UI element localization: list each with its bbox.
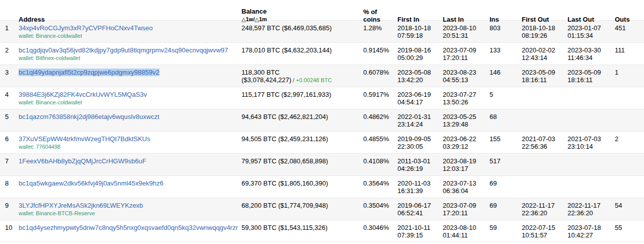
- address-link[interactable]: 34xp4vRoCGJym3xR7yCVPFHoCNxv4Twseo: [19, 24, 153, 32]
- address-link[interactable]: 39884E3j6KZj82FK4vcCrkUvWYL5MQaS3v: [19, 91, 147, 98]
- first-out-time: 10:51:57: [522, 231, 564, 239]
- last-in-time: 06:36:04: [443, 187, 486, 195]
- last-in-date: 2023-08-23: [443, 69, 486, 76]
- first-out-date: 2022-07-15: [522, 224, 564, 231]
- wallet-label[interactable]: wallet: Binance-coldwallet: [19, 99, 239, 106]
- first-in-date: 2021-10-11: [397, 224, 439, 231]
- last-out-time: 23:10:14: [568, 143, 611, 150]
- first-in-cell: 2023-06-19 04:54:17: [397, 87, 443, 106]
- address-link[interactable]: bc1qa5wkgaew2dkv56kfvj49j0av5nml45x9ek9h…: [19, 179, 164, 187]
- last-in-date: 2023-07-27: [443, 91, 486, 98]
- last-out-date: 2023-03-30: [568, 46, 611, 54]
- first-out-cell: 2021-07-03 22:56:36: [522, 132, 568, 150]
- last-out-cell: [568, 154, 615, 157]
- last-in-date: 2023-08-10: [443, 224, 486, 231]
- pct-coins-value: 0.6078%: [363, 69, 389, 76]
- first-in-cell: 2019-09-05 22:30:05: [397, 132, 443, 150]
- balance-value: 178,010 BTC ($4,632,203,144): [242, 46, 332, 54]
- pct-coins-cell: 0.4862%: [363, 109, 397, 120]
- pct-coins-value: 1.28%: [363, 24, 382, 32]
- ins-cell: 155: [490, 132, 522, 143]
- balance-cell: 118,300 BTC ($3,078,424,227) / +0.00248 …: [242, 65, 363, 84]
- address-cell: bc1qa5wkgaew2dkv56kfvj49j0av5nml45x9ek9h…: [19, 176, 242, 187]
- wallet-label[interactable]: wallet: Binance-coldwallet: [19, 33, 239, 39]
- last-in-cell: 2023-08-10 20:51:31: [443, 21, 490, 39]
- pct-coins-cell: 0.4108%: [363, 154, 397, 165]
- address-link[interactable]: 37XuVSEpWW4trkfmvWzegTHQt7BdktSKUs: [19, 135, 150, 143]
- pct-coins-cell: 0.3046%: [363, 220, 397, 231]
- wallet-label[interactable]: wallet: Binance-BTCB-Reserve: [19, 210, 239, 217]
- address-link[interactable]: bc1ql49ydapnjafl5t2cp9zqpjwe6pdgmxy98859…: [19, 69, 159, 76]
- last-in-cell: 2023-07-27 13:50:26: [443, 87, 490, 106]
- last-in-date: 2023-06-22: [443, 135, 486, 143]
- pct-coins-cell: 1.28%: [363, 21, 397, 32]
- address-link[interactable]: 1FeexV6bAHb8ybZjqQMjJrcCrHGW9sb6uF: [19, 157, 146, 165]
- rank-cell: 8: [0, 176, 19, 187]
- rank-cell: 1: [0, 21, 19, 32]
- last-in-cell: 2023-08-23 04:55:13: [443, 65, 490, 84]
- first-in-cell: 2019-06-17 06:52:41: [397, 198, 443, 217]
- first-out-time: 22:56:36: [522, 143, 564, 150]
- last-out-cell: 2023-07-18 10:42:27: [568, 220, 615, 239]
- wallet-label[interactable]: wallet: 77604498: [19, 144, 239, 150]
- first-in-time: 07:59:18: [397, 32, 439, 39]
- first-in-time: 06:52:41: [397, 209, 439, 217]
- balance-cell: 94,643 BTC ($2,462,821,204): [242, 109, 363, 121]
- last-in-date: 2023-07-13: [443, 179, 486, 187]
- pct-coins-value: 0.3564%: [363, 179, 389, 187]
- balance-value: 59,300 BTC ($1,543,115,326): [242, 224, 328, 231]
- table-row: 2 bc1qgdjqv0av3q56jvd82tkdjpy7gdp9ut8tlq…: [0, 42, 644, 65]
- address-cell: 39884E3j6KZj82FK4vcCrkUvWYL5MQaS3v walle…: [19, 87, 242, 106]
- address-link[interactable]: bc1qd4ysezhmypwty5dnw7c8nqy5h5nxg0xqsvae…: [19, 224, 238, 231]
- last-out-date: 2023-07-18: [568, 224, 611, 231]
- first-out-date: 2020-02-02: [522, 46, 564, 54]
- last-out-cell: 2023-05-09 18:16:11: [568, 65, 615, 84]
- address-link[interactable]: bc1qgdjqv0av3q56jvd82tkdjpy7gdp9ut8tlqmg…: [19, 46, 228, 54]
- table-row: 1 34xp4vRoCGJym3xR7yCVPFHoCNxv4Twseo wal…: [0, 20, 644, 42]
- table-body: 1 34xp4vRoCGJym3xR7yCVPFHoCNxv4Twseo wal…: [0, 20, 644, 242]
- address-link[interactable]: 3LYJfcfHPXYJreMsASk2jkn69LWEYKzexb: [19, 202, 143, 209]
- last-out-time: 18:16:11: [568, 76, 611, 84]
- last-in-time: 01:44:11: [443, 231, 486, 239]
- first-in-cell: 2019-08-16 05:00:29: [397, 43, 443, 62]
- balance-cell: 178,010 BTC ($4,632,203,144): [242, 43, 363, 54]
- table-row: 8 bc1qa5wkgaew2dkv56kfvj49j0av5nml45x9ek…: [0, 175, 644, 198]
- first-in-time: 13:42:20: [397, 76, 439, 84]
- first-in-cell: 2011-03-01 04:26:19: [397, 154, 443, 172]
- wallet-label[interactable]: wallet: Bitfinex-coldwallet: [19, 55, 239, 62]
- pct-coins-cell: 0.3504%: [363, 198, 397, 209]
- address-cell: 37XuVSEpWW4trkfmvWzegTHQt7BdktSKUs walle…: [19, 132, 242, 150]
- header-balance-label: Balance: [242, 8, 267, 15]
- first-out-cell: 2022-11-17 22:36:20: [522, 198, 568, 217]
- ins-count: 59: [490, 224, 497, 231]
- rank-number: 6: [5, 135, 9, 143]
- pct-coins-cell: 0.6078%: [363, 65, 397, 76]
- ins-cell: 59: [490, 220, 522, 231]
- address-link[interactable]: bc1qazcm763858nkj2dj986etajv6wquslv8uxwc…: [19, 113, 159, 120]
- ins-count: 133: [490, 46, 501, 54]
- address-cell: 34xp4vRoCGJym3xR7yCVPFHoCNxv4Twseo walle…: [19, 21, 242, 39]
- last-in-cell: 2023-06-22 03:29:12: [443, 132, 490, 150]
- ins-count: 146: [490, 69, 501, 76]
- first-in-time: 16:31:39: [397, 187, 439, 195]
- first-out-time: 22:36:20: [522, 209, 564, 217]
- outs-cell: [615, 154, 644, 157]
- ins-cell: 133: [490, 43, 522, 54]
- rank-number: 7: [5, 157, 9, 165]
- rank-number: 3: [5, 69, 9, 76]
- balance-value: 94,505 BTC ($2,459,231,126): [242, 135, 328, 143]
- first-out-cell: 2023-05-09 18:16:11: [522, 65, 568, 84]
- first-in-cell: 2018-10-18 07:59:18: [397, 21, 443, 39]
- address-cell: bc1qd4ysezhmypwty5dnw7c8nqy5h5nxg0xqsvae…: [19, 220, 242, 231]
- last-in-cell: 2023-08-19 12:03:17: [443, 154, 490, 172]
- rank-cell: 6: [0, 132, 19, 143]
- table-row: 9 3LYJfcfHPXYJreMsASk2jkn69LWEYKzexb wal…: [0, 198, 644, 220]
- last-out-cell: [568, 87, 615, 91]
- last-in-time: 13:29:48: [443, 120, 486, 128]
- pct-coins-value: 0.3504%: [363, 202, 389, 209]
- ins-cell: 517: [490, 154, 522, 165]
- last-in-date: 2023-05-25: [443, 113, 486, 120]
- ins-cell: 146: [490, 65, 522, 76]
- last-out-date: 2023-01-07: [568, 24, 611, 32]
- outs-cell: 55: [615, 220, 644, 231]
